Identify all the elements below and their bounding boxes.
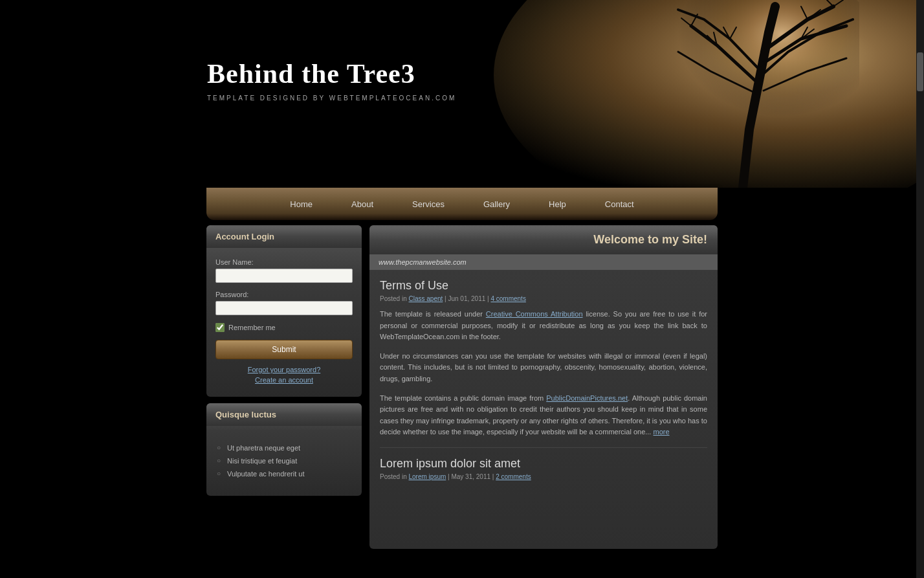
list-item: Vulputate ac hendrerit ut <box>215 467 353 480</box>
scrollbar <box>916 0 924 549</box>
nav-item-services[interactable]: Services <box>393 192 464 217</box>
site-subtitle: TEMPLATE DESIGNED BY WEBTEMPLATEOCEAN.CO… <box>207 94 456 102</box>
post-2-meta-prefix: Posted in <box>380 473 407 480</box>
post-1-comments-link[interactable]: 4 comments <box>490 295 525 302</box>
post-separator <box>380 447 707 448</box>
nav-item-home[interactable]: Home <box>270 192 332 217</box>
quisque-box: Quisque luctus Ut pharetra neque eget Ni… <box>206 403 362 496</box>
post-2: Lorem ipsum dolor sit amet Posted in Lor… <box>380 457 707 480</box>
quisque-list: Ut pharetra neque eget Nisi tristique et… <box>215 436 353 485</box>
post-1-para-2: Under no circumstances can you use the t… <box>380 351 707 385</box>
post-1-title: Terms of Use <box>380 279 707 293</box>
nav-item-gallery[interactable]: Gallery <box>464 192 529 217</box>
post-1-more-link[interactable]: more <box>654 428 670 436</box>
header-content: Behind the Tree3 TEMPLATE DESIGNED BY WE… <box>207 58 456 102</box>
public-domain-link[interactable]: PublicDomainPictures.net <box>546 394 628 402</box>
password-input[interactable] <box>215 301 353 315</box>
post-1: Terms of Use Posted in Class apent | Jun… <box>380 279 707 438</box>
post-2-title: Lorem ipsum dolor sit amet <box>380 457 707 471</box>
login-box-header: Account Login <box>206 225 362 248</box>
post-2-category-link[interactable]: Lorem ipsum <box>408 473 446 480</box>
header: Behind the Tree3 TEMPLATE DESIGNED BY WE… <box>0 0 924 188</box>
remember-label: Remember me <box>228 324 276 331</box>
remember-checkbox[interactable] <box>215 323 225 332</box>
post-1-meta: Posted in Class apent | Jun 01, 2011 | 4… <box>380 295 707 302</box>
password-label: Password: <box>215 291 353 298</box>
post-1-meta-prefix: Posted in <box>380 295 407 302</box>
quisque-box-content: Ut pharetra neque eget Nisi tristique et… <box>206 426 362 496</box>
content-area: Welcome to my Site! www.thepcmanwebsite.… <box>369 225 718 549</box>
username-input[interactable] <box>215 269 353 283</box>
post-2-date: May 31, 2011 <box>451 473 490 480</box>
quisque-box-header: Quisque luctus <box>206 403 362 426</box>
post-2-comments-link[interactable]: 2 comments <box>496 473 531 480</box>
content-header: Welcome to my Site! <box>369 225 718 254</box>
post-2-meta: Posted in Lorem ipsum | May 31, 2011 | 2… <box>380 473 707 480</box>
post-1-para-3: The template contains a public domain im… <box>380 393 707 438</box>
nav-wrapper: Home About Services Gallery Help Contact <box>206 188 718 220</box>
sidebar: Account Login User Name: Password: Remem… <box>206 225 362 549</box>
create-account-link[interactable]: Create an account <box>215 376 353 384</box>
post-1-category-link[interactable]: Class apent <box>408 295 443 302</box>
creative-commons-link[interactable]: Creative Commons Attribution <box>486 310 583 318</box>
scrollbar-thumb[interactable] <box>917 52 923 91</box>
tree-illustration <box>600 0 859 188</box>
post-1-para-1: The template is released under Creative … <box>380 309 707 343</box>
nav-item-contact[interactable]: Contact <box>586 192 654 217</box>
site-title: Behind the Tree3 <box>207 58 456 89</box>
list-item: Nisi tristique et feugiat <box>215 454 353 467</box>
username-label: User Name: <box>215 258 353 266</box>
nav-item-help[interactable]: Help <box>529 192 586 217</box>
post-1-date: Jun 01, 2011 <box>448 295 485 302</box>
list-item: Ut pharetra neque eget <box>215 441 353 454</box>
login-box-content: User Name: Password: Remember me Submit … <box>206 248 362 397</box>
submit-button[interactable]: Submit <box>215 340 353 359</box>
remember-row: Remember me <box>215 323 353 332</box>
forgot-password-link[interactable]: Forgot your password? <box>215 366 353 373</box>
site-url-bar: www.thepcmanwebsite.com <box>369 254 718 270</box>
svg-point-0 <box>626 0 859 168</box>
main-wrapper: Account Login User Name: Password: Remem… <box>206 225 718 549</box>
nav-item-about[interactable]: About <box>332 192 393 217</box>
content-body: Terms of Use Posted in Class apent | Jun… <box>369 270 718 496</box>
nav-bar: Home About Services Gallery Help Contact <box>206 188 718 220</box>
login-box: Account Login User Name: Password: Remem… <box>206 225 362 397</box>
